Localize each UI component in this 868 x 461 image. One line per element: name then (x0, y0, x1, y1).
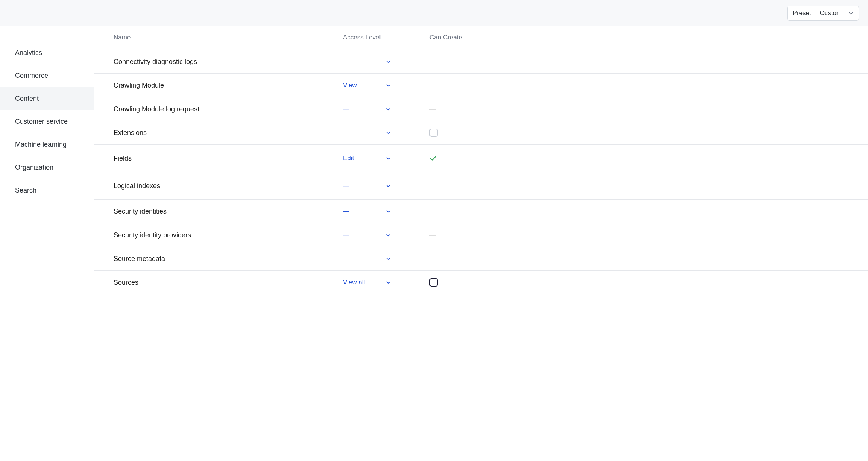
can-create-cell (429, 129, 505, 137)
access-level-value: Edit (343, 155, 381, 162)
access-level-dropdown[interactable]: — (343, 255, 429, 262)
table-row: Extensions— (94, 121, 868, 145)
chevron-down-icon (848, 11, 853, 16)
row-name: Fields (114, 155, 343, 162)
main-content: Name Access Level Can Create Connectivit… (94, 26, 868, 461)
chevron-down-icon (386, 209, 391, 214)
row-name: Security identities (114, 208, 343, 215)
access-level-dropdown[interactable]: — (343, 58, 429, 65)
sidebar-item-customer-service[interactable]: Customer service (0, 110, 94, 133)
chevron-down-icon (386, 233, 391, 238)
access-level-dropdown[interactable]: — (343, 129, 429, 136)
table-row: Crawling Module log request—— (94, 97, 868, 121)
access-level-value: — (343, 129, 381, 136)
chevron-down-icon (386, 280, 391, 285)
access-level-dropdown[interactable]: View all (343, 279, 429, 286)
access-level-dropdown[interactable]: — (343, 231, 429, 239)
chevron-down-icon (386, 107, 391, 112)
row-name: Source metadata (114, 255, 343, 263)
table-row: Source metadata— (94, 247, 868, 271)
can-create-checkbox[interactable] (429, 129, 438, 137)
sidebar-item-search[interactable]: Search (0, 179, 94, 202)
chevron-down-icon (386, 183, 391, 188)
can-create-cell (429, 155, 505, 162)
sidebar-item-content[interactable]: Content (0, 87, 94, 110)
table-row: Logical indexes— (94, 172, 868, 200)
table-row: Security identities— (94, 200, 868, 223)
check-icon (429, 155, 437, 162)
chevron-down-icon (386, 59, 391, 64)
table-row: Connectivity diagnostic logs— (94, 50, 868, 74)
chevron-down-icon (386, 130, 391, 135)
row-name: Connectivity diagnostic logs (114, 58, 343, 66)
preset-label: Preset: (793, 9, 813, 17)
access-level-value: — (343, 182, 381, 190)
access-level-value: — (343, 255, 381, 262)
access-level-dropdown[interactable]: — (343, 182, 429, 190)
row-name: Crawling Module log request (114, 105, 343, 113)
column-header-name: Name (114, 34, 343, 41)
row-name: Logical indexes (114, 182, 343, 190)
access-level-dropdown[interactable]: View (343, 82, 429, 89)
access-level-value: — (343, 105, 381, 113)
table-row: FieldsEdit (94, 145, 868, 172)
row-name: Sources (114, 279, 343, 287)
sidebar-item-organization[interactable]: Organization (0, 156, 94, 179)
table-row: SourcesView all (94, 271, 868, 294)
can-create-cell (429, 278, 505, 287)
row-name: Crawling Module (114, 82, 343, 89)
table-row: Security identity providers—— (94, 223, 868, 247)
sidebar: AnalyticsCommerceContentCustomer service… (0, 26, 94, 461)
access-level-value: — (343, 58, 381, 65)
access-level-dropdown[interactable]: — (343, 208, 429, 215)
chevron-down-icon (386, 256, 391, 261)
column-header-access: Access Level (343, 34, 429, 41)
access-level-value: — (343, 231, 381, 239)
can-create-none: — (429, 105, 436, 113)
preset-value: Custom (819, 9, 842, 17)
can-create-cell: — (429, 231, 505, 239)
access-level-dropdown[interactable]: Edit (343, 155, 429, 162)
top-bar: Preset: Custom (0, 0, 868, 26)
can-create-cell: — (429, 105, 505, 113)
column-header-create: Can Create (429, 34, 505, 41)
sidebar-item-machine-learning[interactable]: Machine learning (0, 133, 94, 156)
sidebar-item-analytics[interactable]: Analytics (0, 41, 94, 64)
access-level-dropdown[interactable]: — (343, 105, 429, 113)
access-level-value: — (343, 208, 381, 215)
chevron-down-icon (386, 156, 391, 161)
table-header: Name Access Level Can Create (94, 26, 868, 50)
row-name: Security identity providers (114, 231, 343, 239)
chevron-down-icon (386, 83, 391, 88)
table-row: Crawling ModuleView (94, 74, 868, 97)
access-level-value: View all (343, 279, 381, 286)
row-name: Extensions (114, 129, 343, 137)
can-create-none: — (429, 231, 436, 239)
can-create-checkbox[interactable] (429, 278, 438, 287)
sidebar-item-commerce[interactable]: Commerce (0, 64, 94, 87)
access-level-value: View (343, 82, 381, 89)
preset-selector[interactable]: Preset: Custom (787, 6, 859, 21)
